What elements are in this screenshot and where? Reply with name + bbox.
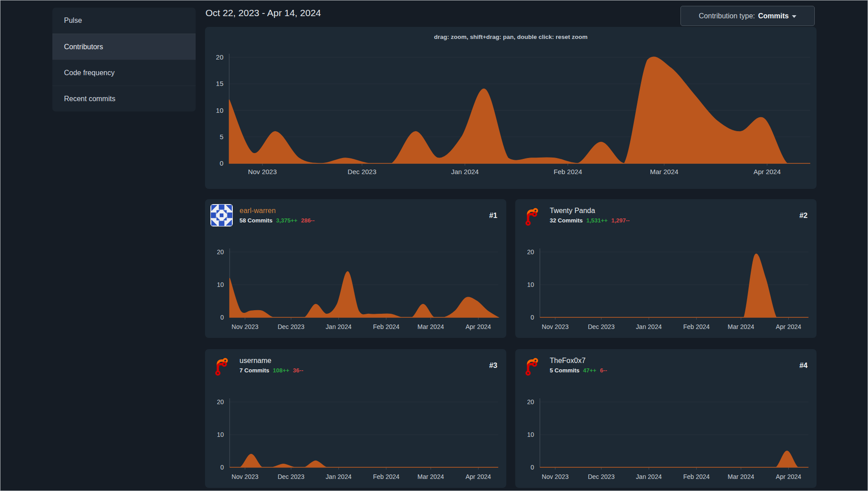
contribution-type-label: Contribution type:	[699, 12, 755, 20]
svg-text:Feb 2024: Feb 2024	[373, 473, 399, 480]
additions-count: 3,375++	[276, 217, 298, 224]
svg-text:10: 10	[217, 281, 224, 288]
svg-text:20: 20	[217, 248, 224, 256]
svg-text:Nov 2023: Nov 2023	[231, 323, 258, 330]
svg-text:Jan 2024: Jan 2024	[451, 168, 479, 175]
svg-text:Mar 2024: Mar 2024	[650, 168, 678, 175]
contribution-type-dropdown[interactable]: Contribution type: Commits	[680, 6, 815, 26]
deletions-count: 36--	[293, 367, 303, 374]
forgejo-logo-avatar	[521, 204, 543, 226]
sidebar-item-pulse[interactable]: Pulse	[52, 8, 196, 34]
chevron-down-icon	[792, 15, 796, 18]
svg-text:10: 10	[217, 431, 224, 438]
sidebar-item-contributors[interactable]: Contributors	[52, 34, 196, 60]
forgejo-logo-avatar	[521, 354, 543, 376]
svg-text:Nov 2023: Nov 2023	[542, 473, 569, 480]
svg-text:Nov 2023: Nov 2023	[231, 473, 258, 480]
svg-text:Dec 2023: Dec 2023	[278, 473, 304, 480]
svg-text:0: 0	[530, 314, 534, 321]
svg-text:10: 10	[527, 431, 534, 438]
svg-text:20: 20	[217, 398, 224, 406]
sidebar-item-code-frequency[interactable]: Code frequency	[52, 60, 196, 85]
svg-text:Apr 2024: Apr 2024	[776, 323, 801, 330]
contributor-name: Twenty Panda	[550, 207, 630, 215]
contributor-name-link[interactable]: earl-warren	[239, 207, 315, 215]
svg-text:Feb 2024: Feb 2024	[554, 168, 582, 175]
deletions-count: 286--	[301, 217, 314, 224]
svg-text:Dec 2023: Dec 2023	[588, 473, 615, 480]
svg-text:Mar 2024: Mar 2024	[728, 323, 754, 330]
svg-text:10: 10	[527, 281, 534, 288]
chart-zoom-hint: drag: zoom, shift+drag: pan, double clic…	[205, 34, 817, 40]
contributor-stats: 5 Commits 47++ 6--	[550, 367, 607, 374]
svg-text:Jan 2024: Jan 2024	[326, 473, 352, 480]
sidebar-item-recent-commits[interactable]: Recent commits	[52, 85, 196, 111]
rank-badge: #3	[489, 361, 497, 370]
svg-text:10: 10	[216, 107, 223, 114]
additions-count: 108++	[273, 367, 289, 374]
svg-text:Apr 2024: Apr 2024	[466, 323, 491, 330]
avatar[interactable]	[210, 204, 233, 226]
contributor-card-2: Twenty Panda 32 Commits 1,531++ 1,297-- …	[515, 199, 817, 338]
rank-badge: #4	[800, 361, 808, 370]
svg-text:Apr 2024: Apr 2024	[466, 473, 491, 480]
contribution-type-value: Commits	[758, 12, 788, 20]
svg-text:20: 20	[527, 248, 534, 256]
svg-text:Jan 2024: Jan 2024	[636, 323, 662, 330]
svg-text:Dec 2023: Dec 2023	[588, 323, 615, 330]
svg-text:0: 0	[220, 464, 224, 471]
contributor-stats: 7 Commits 108++ 36--	[239, 367, 303, 374]
svg-text:Mar 2024: Mar 2024	[728, 473, 754, 480]
additions-count: 47++	[583, 367, 596, 374]
svg-text:0: 0	[530, 464, 534, 471]
svg-text:0: 0	[220, 314, 224, 321]
svg-text:20: 20	[527, 398, 534, 406]
activity-sidebar: Pulse Contributors Code frequency Recent…	[52, 8, 196, 111]
contributor-header: Twenty Panda 32 Commits 1,531++ 1,297-- …	[521, 204, 808, 227]
svg-text:Nov 2023: Nov 2023	[248, 168, 277, 175]
rank-badge: #2	[800, 211, 808, 220]
svg-text:Apr 2024: Apr 2024	[753, 168, 781, 175]
svg-text:Dec 2023: Dec 2023	[348, 168, 376, 175]
svg-text:Mar 2024: Mar 2024	[418, 323, 444, 330]
svg-text:20: 20	[216, 53, 223, 61]
repo-activity-page: { "sidebar": { "items": [ { "label": "Pu…	[0, 0, 868, 491]
contributor-name: username	[239, 357, 303, 365]
overall-contributions-card: drag: zoom, shift+drag: pan, double clic…	[205, 27, 817, 189]
svg-text:Jan 2024: Jan 2024	[636, 473, 662, 480]
svg-text:0: 0	[220, 159, 223, 167]
contributor-card-1: earl-warren 58 Commits 3,375++ 286-- #1 …	[205, 199, 506, 338]
contributor-card-3: username 7 Commits 108++ 36-- #3 01020No…	[205, 349, 506, 488]
date-range-title: Oct 22, 2023 - Apr 14, 2024	[205, 8, 321, 18]
rank-badge: #1	[489, 211, 497, 220]
commit-count: 5 Commits	[550, 367, 579, 374]
contributor-stats: 32 Commits 1,531++ 1,297--	[550, 217, 630, 224]
contributor-name: TheFox0x7	[550, 357, 607, 365]
svg-text:Feb 2024: Feb 2024	[683, 473, 710, 480]
svg-text:5: 5	[220, 133, 223, 141]
commit-count: 58 Commits	[239, 217, 273, 224]
contributor-card-4: TheFox0x7 5 Commits 47++ 6-- #4 01020Nov…	[515, 349, 817, 488]
additions-count: 1,531++	[586, 217, 608, 224]
contributor-stats: 58 Commits 3,375++ 286--	[239, 217, 315, 224]
svg-text:Feb 2024: Feb 2024	[373, 323, 399, 330]
svg-text:Dec 2023: Dec 2023	[278, 323, 304, 330]
svg-text:15: 15	[216, 80, 223, 87]
contributor-header: earl-warren 58 Commits 3,375++ 286-- #1	[210, 204, 497, 227]
contributions-area-chart[interactable]: 05101520Nov 2023Dec 2023Jan 2024Feb 2024…	[205, 27, 817, 189]
svg-text:Mar 2024: Mar 2024	[418, 473, 444, 480]
commit-count: 32 Commits	[550, 217, 583, 224]
deletions-count: 1,297--	[611, 217, 629, 224]
svg-text:Jan 2024: Jan 2024	[326, 323, 352, 330]
svg-text:Feb 2024: Feb 2024	[683, 323, 710, 330]
commit-count: 7 Commits	[239, 367, 269, 374]
svg-text:Apr 2024: Apr 2024	[776, 473, 801, 480]
contributor-header: TheFox0x7 5 Commits 47++ 6-- #4	[521, 354, 808, 377]
svg-text:Nov 2023: Nov 2023	[542, 323, 569, 330]
contributor-header: username 7 Commits 108++ 36-- #3	[210, 354, 497, 377]
deletions-count: 6--	[600, 367, 607, 374]
forgejo-logo-avatar	[210, 354, 233, 376]
